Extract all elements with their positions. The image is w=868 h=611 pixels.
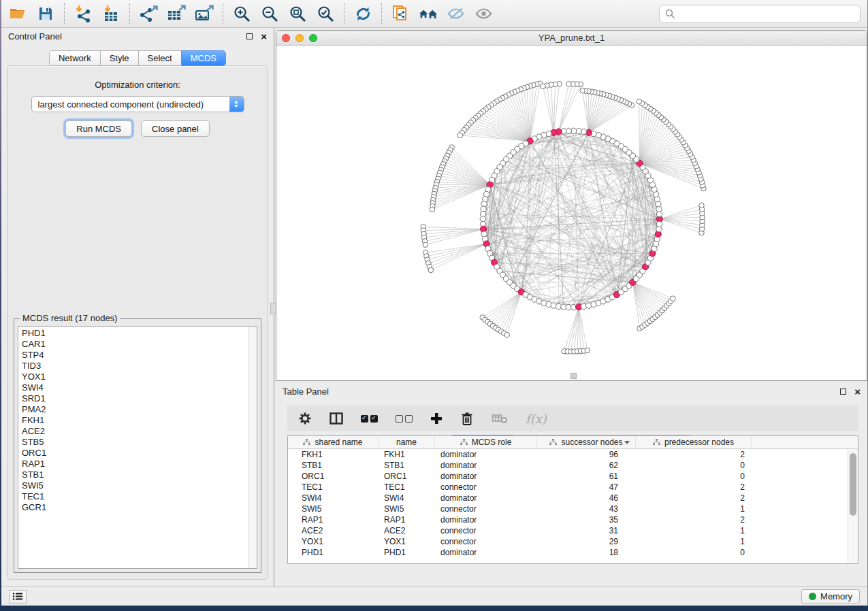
table-row[interactable]: FKH1FKH1dominator962 [288, 449, 858, 460]
column-header-shared-name[interactable]: shared name [288, 436, 379, 448]
mcds-result-list[interactable]: PHD1CAR1STP4TID3YOX1SWI4SRD1PMA2FKH1ACE2… [18, 326, 257, 569]
add-row-icon[interactable] [430, 410, 443, 427]
table-row[interactable]: ORC1ORC1dominator610 [288, 471, 858, 482]
table-row[interactable]: TEC1TEC1connector472 [288, 482, 858, 493]
mcds-result-item[interactable]: STB1 [22, 469, 257, 480]
open-file-icon[interactable] [8, 4, 27, 23]
close-panel-icon[interactable]: × [854, 389, 861, 395]
table-row[interactable]: ACE2ACE2connector311 [288, 525, 858, 536]
tab-mcds[interactable]: MCDS [181, 50, 226, 66]
cell-predecessor-nodes: 2 [636, 515, 752, 525]
export-table-icon[interactable] [167, 4, 186, 23]
mcds-result-item[interactable]: STP4 [22, 350, 257, 361]
tab-network[interactable]: Network [49, 50, 101, 66]
close-window-icon[interactable] [282, 34, 290, 42]
mcds-result-item[interactable]: SWI5 [22, 480, 257, 491]
save-session-icon[interactable] [36, 4, 55, 23]
search-input[interactable] [679, 9, 854, 19]
export-image-icon[interactable] [195, 4, 214, 23]
column-label: predecessor nodes [664, 437, 734, 447]
canvas-splitter-grip[interactable] [570, 373, 577, 379]
mcds-result-item[interactable]: CAR1 [22, 339, 257, 350]
table-row[interactable]: PHD1PHD1dominator180 [288, 547, 858, 558]
mcds-result-item[interactable]: RAP1 [22, 459, 257, 469]
search-icon [665, 9, 675, 19]
zoom-out-icon[interactable] [260, 4, 279, 23]
refresh-view-icon[interactable] [353, 4, 372, 23]
cell-name: ACE2 [379, 526, 435, 535]
table-row[interactable]: RAP1RAP1dominator352 [288, 514, 858, 525]
hide-selected-icon[interactable] [447, 4, 466, 23]
column-header-successor-nodes[interactable]: successor nodes [537, 436, 636, 448]
tab-style[interactable]: Style [100, 50, 139, 66]
mcds-result-item[interactable]: YOX1 [22, 371, 257, 382]
function-builder-icon[interactable]: f(x) [526, 412, 547, 426]
close-panel-button[interactable]: Close panel [141, 120, 210, 137]
table-scrollbar[interactable] [848, 449, 858, 563]
mcds-result-item[interactable]: ORC1 [22, 448, 257, 459]
column-header-predecessor-nodes[interactable]: predecessor nodes [636, 436, 752, 448]
mcds-result-item[interactable]: SWI4 [22, 382, 257, 393]
cell-MCDS-role: dominator [435, 461, 537, 470]
tab-select[interactable]: Select [138, 50, 182, 66]
import-table-icon[interactable] [101, 4, 120, 23]
status-bar: Memory [1, 587, 867, 606]
mcds-result-item[interactable]: STB5 [22, 437, 257, 448]
first-neighbors-icon[interactable] [419, 4, 438, 23]
duplicate-network-icon[interactable] [391, 4, 410, 23]
cell-successor-nodes: 47 [537, 482, 636, 492]
mcds-result-item[interactable]: PMA2 [22, 404, 257, 415]
mcds-result-item[interactable]: TEC1 [22, 491, 257, 502]
result-list-scrollbar[interactable] [248, 327, 257, 568]
memory-button[interactable]: Memory [801, 589, 860, 604]
select-all-icon[interactable] [361, 415, 378, 423]
zoom-in-icon[interactable] [232, 4, 251, 23]
table-settings-gear-icon[interactable] [298, 410, 312, 427]
cell-successor-nodes: 35 [537, 515, 636, 525]
mcds-result-item[interactable]: PHD1 [22, 328, 257, 339]
zoom-selected-icon[interactable] [316, 4, 335, 23]
cell-MCDS-role: connector [435, 537, 537, 546]
network-window-titlebar[interactable]: YPA_prune.txt_1 [276, 31, 867, 46]
delete-table-icon[interactable] [492, 410, 508, 427]
table-row[interactable]: YOX1YOX1connector291 [288, 536, 858, 547]
mcds-result-item[interactable]: FKH1 [22, 415, 257, 426]
table-header-row: shared namenameMCDS rolesuccessor nodesp… [288, 436, 858, 449]
task-history-button[interactable] [9, 590, 27, 604]
cell-MCDS-role: connector [435, 482, 537, 492]
import-network-icon[interactable] [74, 4, 93, 23]
cell-name: ORC1 [379, 472, 435, 481]
close-panel-icon[interactable]: × [261, 33, 267, 39]
cell-predecessor-nodes: 2 [636, 493, 752, 503]
network-canvas[interactable] [276, 46, 867, 380]
cell-MCDS-role: connector [435, 504, 537, 514]
mcds-result-item[interactable]: TID3 [22, 361, 257, 371]
zoom-fit-icon[interactable] [288, 4, 307, 23]
run-mcds-button[interactable]: Run MCDS [65, 120, 132, 137]
float-window-icon[interactable] [840, 389, 846, 395]
table-scrollbar-thumb[interactable] [850, 453, 856, 516]
show-all-icon[interactable] [475, 4, 494, 23]
minimize-window-icon[interactable] [295, 34, 304, 42]
show-column-icon[interactable] [329, 410, 343, 427]
column-type-icon [549, 439, 557, 446]
column-type-icon [460, 439, 468, 446]
table-row[interactable]: SWI5SWI5connector431 [288, 503, 858, 514]
column-header-MCDS-role[interactable]: MCDS role [435, 436, 537, 448]
table-row[interactable]: SWI4SWI4dominator462 [288, 493, 858, 503]
export-network-icon[interactable] [139, 4, 158, 23]
delete-row-trash-icon[interactable] [460, 410, 474, 427]
criterion-dropdown[interactable]: largest connected component (undirected) [31, 96, 244, 112]
deselect-all-icon[interactable] [396, 415, 413, 423]
float-window-icon[interactable] [246, 33, 253, 39]
node-table[interactable]: shared namenameMCDS rolesuccessor nodesp… [287, 435, 858, 564]
mcds-result-item[interactable]: GCR1 [22, 502, 257, 513]
column-header-name[interactable]: name [379, 436, 435, 448]
cell-successor-nodes: 62 [537, 461, 636, 470]
table-row[interactable]: STB1STB1dominator620 [288, 460, 858, 471]
cell-name: SWI4 [379, 493, 435, 503]
maximize-window-icon[interactable] [309, 34, 317, 42]
search-field[interactable] [659, 5, 861, 23]
mcds-result-item[interactable]: SRD1 [22, 393, 257, 404]
mcds-result-item[interactable]: ACE2 [22, 426, 257, 437]
